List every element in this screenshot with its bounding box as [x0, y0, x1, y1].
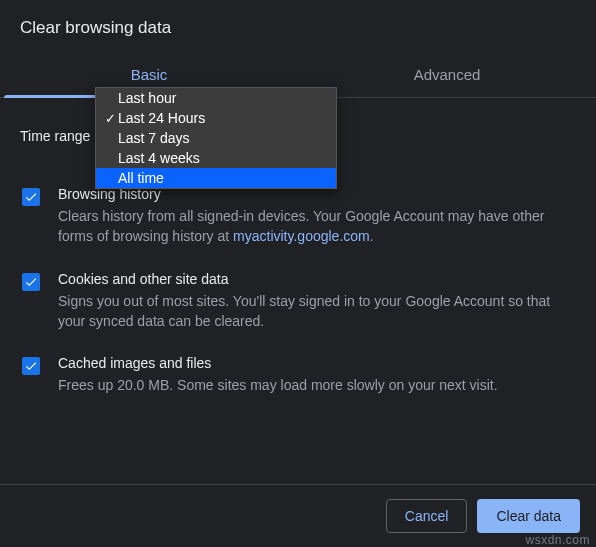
time-range-dropdown[interactable]: Last hour ✓ Last 24 Hours Last 7 days La… [95, 87, 337, 189]
watermark-text: wsxdn.com [525, 533, 590, 547]
option-desc: Clears history from all signed-in device… [58, 206, 574, 247]
dropdown-item-last-24-hours[interactable]: ✓ Last 24 Hours [96, 108, 336, 128]
dropdown-item-last-7-days[interactable]: Last 7 days [96, 128, 336, 148]
option-title: Cached images and files [58, 355, 574, 371]
option-title: Cookies and other site data [58, 271, 574, 287]
option-desc: Signs you out of most sites. You'll stay… [58, 291, 574, 332]
dropdown-item-label: Last 7 days [118, 130, 190, 146]
dropdown-item-all-time[interactable]: All time [96, 168, 336, 188]
option-cookies: Cookies and other site data Signs you ou… [20, 261, 576, 346]
option-text: Cached images and files Frees up 20.0 MB… [58, 355, 574, 395]
option-desc: Frees up 20.0 MB. Some sites may load mo… [58, 375, 574, 395]
dropdown-item-last-4-weeks[interactable]: Last 4 weeks [96, 148, 336, 168]
checkbox-cookies[interactable] [22, 273, 40, 291]
myactivity-link[interactable]: myactivity.google.com [233, 228, 370, 244]
tab-advanced[interactable]: Advanced [298, 54, 596, 97]
option-text: Browsing history Clears history from all… [58, 186, 574, 247]
check-icon [24, 359, 38, 373]
clear-data-button[interactable]: Clear data [477, 499, 580, 533]
dialog-title: Clear browsing data [0, 0, 596, 54]
dropdown-item-label: Last hour [118, 90, 176, 106]
desc-suffix: . [370, 228, 374, 244]
dropdown-item-label: Last 4 weeks [118, 150, 200, 166]
checkmark-icon: ✓ [102, 111, 118, 126]
checkbox-cache[interactable] [22, 357, 40, 375]
option-text: Cookies and other site data Signs you ou… [58, 271, 574, 332]
dropdown-item-last-hour[interactable]: Last hour [96, 88, 336, 108]
dropdown-item-label: Last 24 Hours [118, 110, 205, 126]
option-cache: Cached images and files Frees up 20.0 MB… [20, 345, 576, 409]
checkbox-browsing-history[interactable] [22, 188, 40, 206]
dialog-footer: Cancel Clear data [0, 484, 596, 547]
options-list: Browsing history Clears history from all… [20, 170, 576, 409]
dropdown-item-label: All time [118, 170, 164, 186]
check-icon [24, 190, 38, 204]
cancel-button[interactable]: Cancel [386, 499, 468, 533]
check-icon [24, 275, 38, 289]
